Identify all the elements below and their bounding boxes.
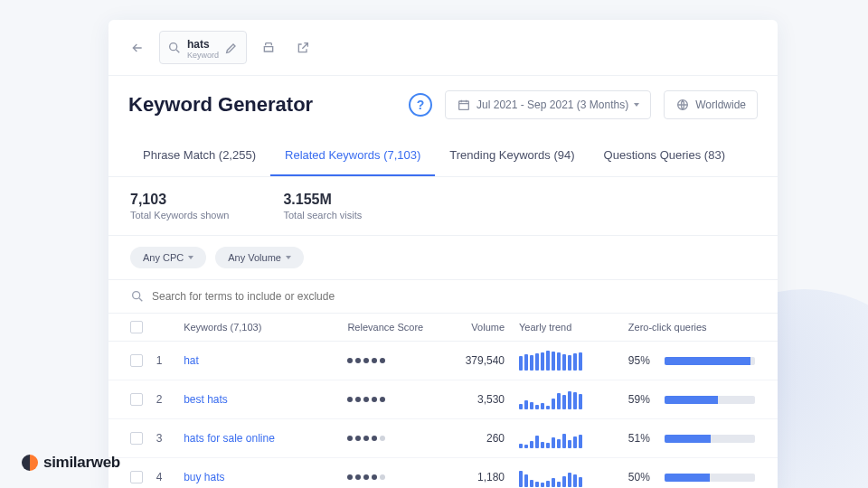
brand: similarweb (22, 454, 120, 472)
tray-button[interactable] (256, 35, 281, 61)
relevance-dots (347, 474, 442, 480)
keyword-link[interactable]: hat (184, 354, 199, 367)
stat-label: Total Keywords shown (130, 210, 229, 221)
row-index: 4 (156, 471, 163, 483)
main-panel: hats Keyword Keyword Generator ? Jul 202… (108, 20, 778, 488)
keyword-link[interactable]: buy hats (184, 471, 224, 483)
col-keywords[interactable]: Keywords (7,103) (184, 322, 347, 333)
chevron-down-icon (188, 256, 193, 259)
stats-row: 7,103 Total Keywords shown 3.155M Total … (108, 177, 778, 236)
table-body: 1hat379,54095%2best hats3,53059%3hats fo… (108, 342, 778, 488)
yearly-trend-sparkline (519, 351, 618, 371)
pencil-icon[interactable] (224, 41, 239, 55)
external-link-button[interactable] (290, 35, 316, 61)
table-row: 2best hats3,53059% (108, 380, 778, 419)
row-checkbox[interactable] (130, 471, 143, 483)
table-search (108, 280, 778, 314)
table-search-input[interactable] (152, 290, 756, 303)
stat-total-visits: 3.155M Total search visits (283, 192, 362, 221)
stat-value: 7,103 (130, 192, 229, 208)
search-type: Keyword (187, 51, 219, 60)
search-chip[interactable]: hats Keyword (159, 31, 247, 64)
table-row: 3hats for sale online26051% (108, 419, 778, 458)
zero-click-cell: 95% (628, 354, 756, 367)
relevance-dots (347, 397, 442, 402)
header: Keyword Generator ? Jul 2021 - Sep 2021 … (108, 76, 778, 136)
row-index: 1 (156, 354, 163, 367)
col-trend[interactable]: Yearly trend (505, 322, 618, 333)
page-title: Keyword Generator (128, 93, 313, 117)
filter-volume[interactable]: Any Volume (215, 247, 304, 268)
zero-click-pct: 50% (628, 471, 656, 483)
relevance-dots (347, 358, 442, 363)
globe-icon (675, 98, 690, 112)
zero-click-pct: 51% (628, 432, 656, 445)
tabs: Phrase Match (2,255)Related Keywords (7,… (108, 136, 778, 177)
filter-cpc[interactable]: Any CPC (130, 247, 206, 268)
zero-click-cell: 51% (628, 432, 756, 445)
help-button[interactable]: ? (409, 93, 432, 117)
select-all-checkbox[interactable] (130, 321, 143, 333)
zero-click-cell: 50% (628, 471, 756, 483)
col-zero-click[interactable]: Zero-click queries (618, 322, 756, 333)
chevron-down-icon (286, 256, 291, 259)
volume-value: 260 (442, 432, 505, 445)
svg-point-3 (133, 292, 140, 299)
zero-click-cell: 59% (628, 393, 756, 406)
tab-0[interactable]: Phrase Match (2,255) (128, 136, 270, 176)
table-row: 1hat379,54095% (108, 342, 778, 380)
volume-value: 379,540 (442, 354, 505, 367)
volume-value: 1,180 (442, 471, 505, 483)
search-icon (167, 41, 182, 55)
svg-point-0 (170, 42, 177, 50)
col-relevance[interactable]: Relevance Score (347, 322, 442, 333)
col-volume[interactable]: Volume (442, 322, 505, 333)
tab-2[interactable]: Trending Keywords (94) (435, 136, 589, 176)
svg-rect-1 (459, 101, 469, 109)
topbar: hats Keyword (108, 20, 778, 76)
region-picker[interactable]: Worldwide (664, 90, 758, 119)
zero-click-pct: 59% (628, 393, 656, 406)
date-range-label: Jul 2021 - Sep 2021 (3 Months) (476, 99, 628, 111)
chevron-down-icon (634, 103, 639, 107)
volume-value: 3,530 (442, 393, 505, 406)
relevance-dots (347, 436, 442, 441)
calendar-icon (457, 98, 471, 112)
filters-row: Any CPC Any Volume (108, 236, 778, 280)
filter-label: Any Volume (228, 252, 281, 263)
table-row: 4buy hats1,18050% (108, 458, 778, 488)
tab-1[interactable]: Related Keywords (7,103) (270, 136, 435, 176)
brand-logo-icon (22, 455, 38, 471)
stat-label: Total search visits (283, 210, 362, 221)
search-term: hats (187, 38, 210, 51)
keyword-link[interactable]: best hats (184, 393, 228, 406)
brand-text: similarweb (43, 454, 120, 472)
row-index: 3 (156, 432, 163, 445)
zero-click-pct: 95% (628, 354, 656, 367)
yearly-trend-sparkline (519, 467, 618, 487)
stat-total-keywords: 7,103 Total Keywords shown (130, 192, 229, 221)
yearly-trend-sparkline (519, 428, 618, 448)
yearly-trend-sparkline (519, 389, 618, 409)
back-button[interactable] (125, 35, 150, 61)
region-label: Worldwide (695, 99, 746, 111)
keyword-link[interactable]: hats for sale online (184, 432, 275, 445)
table-header: Keywords (7,103) Relevance Score Volume … (108, 314, 778, 342)
row-index: 2 (156, 393, 163, 406)
row-checkbox[interactable] (130, 354, 143, 367)
tab-3[interactable]: Questions Queries (83) (590, 136, 740, 176)
date-range-picker[interactable]: Jul 2021 - Sep 2021 (3 Months) (445, 90, 651, 119)
filter-label: Any CPC (143, 252, 184, 263)
row-checkbox[interactable] (130, 393, 143, 406)
row-checkbox[interactable] (130, 432, 143, 445)
stat-value: 3.155M (283, 192, 362, 208)
search-icon (130, 289, 145, 304)
